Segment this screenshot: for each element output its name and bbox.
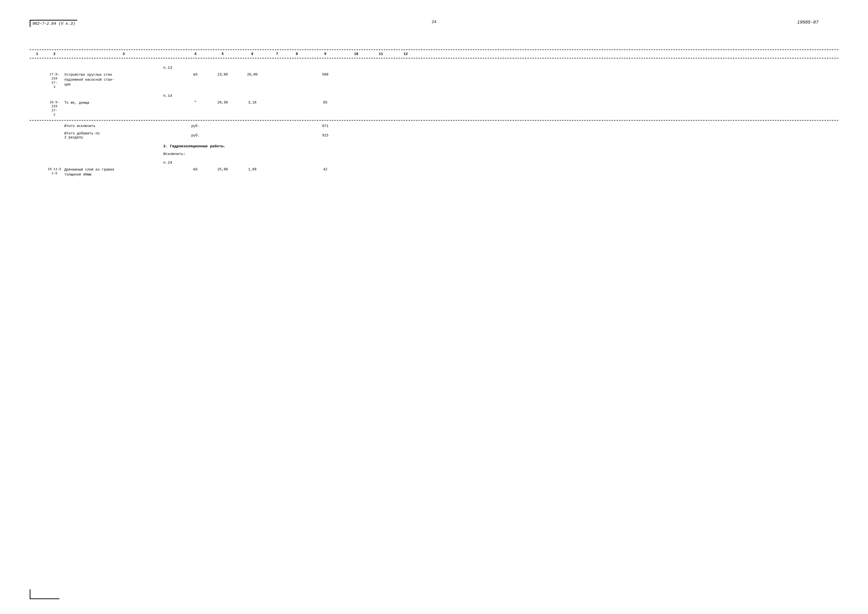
section-label-p14: п.14	[163, 94, 838, 98]
section-label-p13: п.13	[163, 66, 838, 70]
sub-heading-exclude: Исключить:	[163, 152, 838, 156]
section-heading-3: 3. Гидроизоляционные работы.	[163, 145, 838, 149]
row-desc-1: Устройство круглых стен подземной насосн…	[64, 73, 183, 87]
add-value: 915	[307, 134, 344, 137]
divider-line	[30, 120, 838, 121]
col-header-12: 12	[393, 52, 418, 56]
row3-val5: 25,00	[208, 167, 237, 171]
row-val9-2: 85	[307, 101, 344, 104]
total-value-exclude: 671	[307, 124, 344, 128]
doc-code: 19505-07	[797, 20, 818, 25]
table-row: 19.11–5 1–5 Дренажный слой из гравия тол…	[30, 167, 838, 177]
row-val5-2: 20,50	[208, 101, 237, 104]
add-unit: руб.	[183, 134, 208, 137]
row3-val9: 42	[307, 167, 344, 171]
row3-val6: 1,68	[237, 167, 267, 171]
col-header-9: 9	[307, 52, 344, 56]
section-label-p24: п.24	[163, 161, 838, 165]
row-unit-2: "	[183, 101, 208, 104]
row3-desc: Дренажный слой из гравия толщиной 40мм	[64, 167, 183, 177]
col-header-8: 8	[287, 52, 307, 56]
row3-ref: 19.11–5 1–5	[45, 167, 64, 176]
row-unit-1: м3	[183, 73, 208, 76]
col-header-4: 4	[183, 52, 208, 56]
content-area: п.13 17.6– 234 27– 3 Устройство круглых …	[30, 66, 838, 177]
row-val5-1: 23,00	[208, 73, 237, 76]
bottom-border-decoration	[30, 589, 59, 599]
total-row-add: Итого добавить по 2 разделу руб. 915	[30, 132, 838, 139]
col-header-6: 6	[237, 52, 267, 56]
total-row-exclude: Итого исключить руб. 671	[30, 124, 838, 128]
total-label-exclude: Итого исключить	[64, 124, 183, 128]
table-row: 18.6– 233 27– 2 То же, днища " 20,50 3,1…	[30, 101, 838, 117]
doc-number: 902–7–2.84 (V к.3)	[30, 20, 77, 27]
col-header-7: 7	[267, 52, 287, 56]
row-ref-2: 18.6– 233 27– 2	[45, 101, 64, 117]
row-ref-1: 17.6– 234 27– 3	[45, 73, 64, 89]
col-header-5: 5	[208, 52, 237, 56]
table-row: 17.6– 234 27– 3 Устройство круглых стен …	[30, 73, 838, 89]
page-number: 24	[432, 20, 436, 24]
col-header-10: 10	[344, 52, 369, 56]
col-header-1: 1	[30, 52, 45, 56]
col-header-11: 11	[369, 52, 393, 56]
total-unit-exclude: руб.	[183, 124, 208, 128]
row-val9-1: 598	[307, 73, 344, 76]
row-desc-2: То же, днища	[64, 101, 183, 106]
header-area: 902–7–2.84 (V к.3) 24 19505-07	[30, 20, 838, 35]
row-val6-2: 3,16	[237, 101, 267, 104]
column-header-row: 1 2 3 4 5 6 7 8 9 10 11 12	[30, 50, 838, 58]
row3-unit: м3	[183, 167, 208, 171]
page: 902–7–2.84 (V к.3) 24 19505-07 1 2 3 4 5…	[0, 0, 868, 614]
row-val6-1: 26,00	[237, 73, 267, 76]
add-label: Итого добавить по 2 разделу	[64, 132, 183, 139]
col-header-2: 2	[45, 52, 64, 56]
col-header-3: 3	[64, 52, 183, 56]
